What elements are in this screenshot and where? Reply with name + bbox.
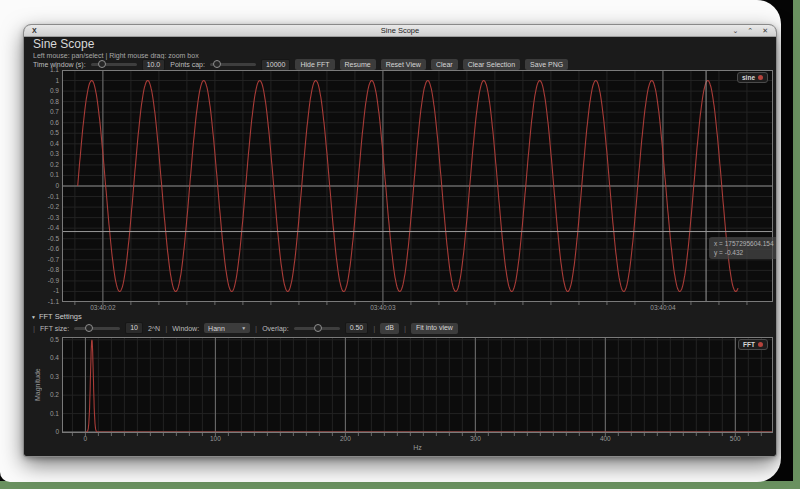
points-cap-slider[interactable]: [210, 60, 256, 69]
mouse-hint: Left mouse: pan/select | Right mouse dra…: [33, 52, 199, 59]
hide-fft-button[interactable]: Hide FFT: [295, 59, 334, 70]
save-png-button[interactable]: Save PNG: [525, 59, 568, 70]
y-tick-label: -0.6: [48, 246, 59, 253]
slider-handle[interactable]: [314, 324, 322, 332]
separator: |: [165, 324, 167, 333]
slider-handle[interactable]: [213, 60, 221, 68]
tooltip-x-value: x = 1757295604.154: [714, 239, 773, 248]
minimize-icon[interactable]: ⌄: [732, 27, 738, 34]
y-tick-label: 0.6: [50, 119, 59, 126]
scope-plot[interactable]: -1.1-1-0.9-0.8-0.7-0.6-0.5-0.4-0.3-0.2-0…: [62, 70, 773, 302]
y-tick-label: 0.1: [50, 172, 59, 179]
y-tick-label: -0.2: [48, 204, 59, 211]
maximize-icon[interactable]: ⌃: [747, 27, 753, 34]
fft-y-axis: 00.10.20.30.40.5: [35, 337, 59, 433]
y-tick-label: -0.5: [48, 235, 59, 242]
y-tick-label: 0: [55, 429, 59, 436]
x-tick-label: 200: [340, 436, 351, 443]
fit-into-view-button[interactable]: Fit into view: [411, 323, 458, 334]
scope-x-axis: 03:40:0203:40:0303:40:04: [62, 305, 773, 313]
y-tick-label: 0.2: [50, 392, 59, 399]
desktop-background: X Sine Scope ⌄ ⌃ ✕ Sine Scope Left mouse…: [0, 0, 800, 489]
y-tick-label: -0.1: [48, 193, 59, 200]
slider-track[interactable]: [74, 327, 120, 330]
y-tick-label: -0.4: [48, 225, 59, 232]
x-tick-label: 500: [730, 436, 741, 443]
fft-canvas[interactable]: [62, 337, 773, 433]
y-tick-label: -0.7: [48, 257, 59, 264]
fft-settings-header[interactable]: ▼ FFT Settings: [31, 312, 82, 321]
fft-size-suffix: 2^N: [148, 325, 160, 332]
fft-legend-label: FFT: [743, 341, 755, 348]
slider-handle[interactable]: [85, 324, 93, 332]
window-select-dropdown[interactable]: Hann ▼: [204, 323, 250, 333]
series-color-dot: [758, 342, 763, 347]
x-tick-label: 100: [210, 436, 221, 443]
y-tick-label: 0.3: [50, 151, 59, 158]
page-title: Sine Scope: [33, 37, 94, 51]
separator: |: [404, 324, 406, 333]
scope-legend[interactable]: sine: [737, 72, 768, 83]
window-controls: ⌄ ⌃ ✕: [732, 27, 768, 34]
resume-button[interactable]: Resume: [340, 59, 376, 70]
y-tick-label: -1: [53, 288, 59, 295]
desktop-green-edge-right: [793, 0, 800, 489]
fft-size-value[interactable]: 10: [125, 322, 143, 334]
y-tick-label: 0.4: [50, 355, 59, 362]
clear-selection-button[interactable]: Clear Selection: [463, 59, 520, 70]
overlap-label: Overlap:: [262, 325, 288, 332]
fft-axis-ticks: [62, 433, 773, 436]
separator: |: [33, 324, 35, 333]
y-tick-label: 0.5: [50, 337, 59, 344]
crosshair-tooltip: x = 1757295604.154 y = -0.432: [709, 237, 776, 260]
overlap-slider[interactable]: [294, 324, 340, 333]
desktop-green-edge-bottom: [0, 481, 800, 489]
db-toggle-button[interactable]: dB: [380, 323, 399, 334]
fft-legend[interactable]: FFT: [738, 339, 768, 350]
y-tick-label: 1: [55, 77, 59, 84]
scope-y-axis: -1.1-1-0.9-0.8-0.7-0.6-0.5-0.4-0.3-0.2-0…: [35, 70, 59, 302]
y-tick-label: -0.9: [48, 278, 59, 285]
fft-y-axis-title: Magnitude: [33, 337, 42, 433]
fft-plot[interactable]: 00.10.20.30.40.5 0100200300400500 Magnit…: [62, 337, 773, 433]
y-tick-label: 0.1: [50, 410, 59, 417]
y-tick-label: 0.5: [50, 130, 59, 137]
separator: |: [373, 324, 375, 333]
tooltip-y-value: y = -0.432: [714, 248, 773, 257]
fft-toolbar: | FFT size: 10 2^N | Window: Hann ▼ | Ov…: [33, 322, 458, 334]
close-icon[interactable]: ✕: [762, 27, 768, 34]
reset-view-button[interactable]: Reset View: [381, 59, 426, 70]
y-tick-label: -0.3: [48, 214, 59, 221]
window-title: Sine Scope: [24, 26, 776, 35]
fft-size-label: FFT size:: [40, 325, 69, 332]
fft-size-slider[interactable]: [74, 324, 120, 333]
y-tick-label: 0.9: [50, 88, 59, 95]
x-tick-label: 400: [600, 436, 611, 443]
y-tick-label: 0: [55, 183, 59, 190]
x-tick-label: 300: [470, 436, 481, 443]
scope-axis-ticks: [62, 302, 773, 305]
y-tick-label: 0.7: [50, 109, 59, 116]
overlap-value[interactable]: 0.50: [345, 322, 369, 334]
y-tick-label: 0.3: [50, 373, 59, 380]
y-tick-label: 0.8: [50, 98, 59, 105]
slider-handle[interactable]: [98, 60, 106, 68]
chevron-down-icon: ▼: [241, 325, 246, 331]
window-select-value: Hann: [208, 325, 225, 332]
fft-settings-title: FFT Settings: [39, 312, 82, 321]
y-tick-label: 0.4: [50, 141, 59, 148]
window-titlebar[interactable]: X Sine Scope ⌄ ⌃ ✕: [24, 25, 776, 37]
fft-x-axis-title: Hz: [62, 444, 773, 451]
window-select-label: Window:: [172, 325, 199, 332]
collapse-icon[interactable]: ▼: [31, 314, 36, 320]
time-window-slider[interactable]: [91, 60, 137, 69]
series-color-dot: [758, 75, 763, 80]
clear-button[interactable]: Clear: [431, 59, 458, 70]
time-window-label: Time window (s):: [33, 61, 86, 68]
sine-scope-window: X Sine Scope ⌄ ⌃ ✕ Sine Scope Left mouse…: [24, 25, 776, 456]
separator: |: [255, 324, 257, 333]
y-tick-label: -0.8: [48, 267, 59, 274]
points-cap-label: Points cap:: [170, 61, 205, 68]
scope-canvas[interactable]: [62, 70, 773, 302]
scope-legend-label: sine: [742, 74, 755, 81]
